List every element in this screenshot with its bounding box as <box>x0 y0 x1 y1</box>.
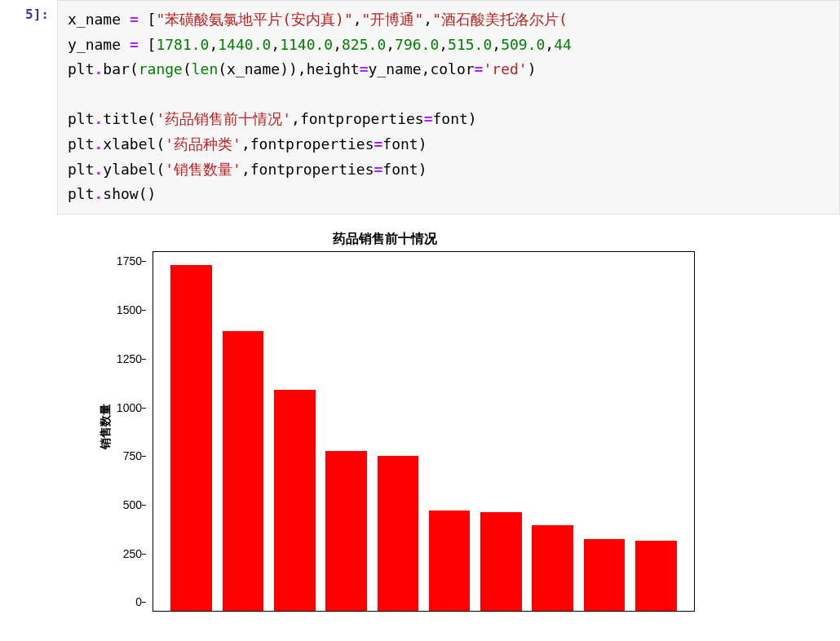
bar <box>223 331 264 610</box>
code-token: ) <box>418 135 427 153</box>
code-token: ( <box>218 60 227 77</box>
code-token: xlabel <box>103 135 156 153</box>
bar-slot <box>475 252 527 611</box>
code-token: . <box>95 110 104 127</box>
bar-slot <box>321 252 372 611</box>
code-token: , <box>439 36 448 53</box>
bar <box>378 456 419 610</box>
code-token: x_name <box>227 60 280 77</box>
code-token: ) <box>289 60 298 77</box>
code-token: , <box>423 11 432 28</box>
code-token: plt <box>68 135 95 153</box>
y-tick-label: 500 <box>123 498 142 511</box>
y-tick-label: 1250 <box>117 352 142 365</box>
code-token: y_name <box>68 36 121 53</box>
bar-slot <box>166 252 217 611</box>
bar <box>584 539 626 611</box>
chart-ylabel: 销售数量 <box>99 404 113 449</box>
code-token: title <box>103 110 147 127</box>
code-token: ( <box>130 60 139 77</box>
bar <box>274 390 316 611</box>
bar-slot <box>630 252 682 611</box>
code-token: height <box>307 60 360 77</box>
code-token: 509.0 <box>501 36 545 53</box>
code-token: = <box>374 135 382 153</box>
bar-slot <box>527 252 578 611</box>
bar <box>480 512 522 611</box>
code-token: "酒石酸美托洛尔片( <box>432 11 568 28</box>
code-token: ( <box>148 110 157 127</box>
code-token: font <box>432 110 467 127</box>
code-token: '药品种类' <box>165 135 241 153</box>
code-token: ) <box>418 161 427 178</box>
y-tick-label: 250 <box>123 547 142 560</box>
bar <box>635 541 677 611</box>
code-token: = <box>424 110 433 127</box>
code-token: range <box>139 60 183 77</box>
bar <box>170 265 212 611</box>
code-token: 825.0 <box>342 36 386 53</box>
code-token: . <box>95 60 104 77</box>
code-token: 515.0 <box>448 36 492 53</box>
code-token: plt <box>68 185 95 202</box>
code-token: show <box>103 185 138 202</box>
cell-prompt: 5]: <box>0 0 57 214</box>
code-token: ( <box>139 185 148 202</box>
code-token: len <box>192 60 219 77</box>
bar <box>532 525 573 611</box>
code-token: 796.0 <box>395 36 439 53</box>
code-token: 1440.0 <box>218 36 271 53</box>
code-token: = <box>360 60 369 77</box>
code-token: , <box>545 36 554 53</box>
code-token: , <box>353 11 362 28</box>
code-token: , <box>271 36 280 53</box>
code-token: ) <box>280 60 289 77</box>
code-token: "开博通" <box>362 11 424 28</box>
code-token: x_name <box>68 11 121 28</box>
code-token: = <box>130 11 139 28</box>
code-token: . <box>95 135 104 153</box>
code-token: fontproperties <box>250 135 374 153</box>
code-token: ( <box>156 135 165 153</box>
code-token: , <box>422 60 431 77</box>
code-token: 44 <box>554 36 572 53</box>
code-token: , <box>333 36 342 53</box>
code-token: font <box>382 135 418 153</box>
code-token: ) <box>528 60 537 77</box>
code-token: [ <box>148 11 157 28</box>
code-token: "苯磺酸氨氯地平片(安内真)" <box>156 11 352 28</box>
code-token: , <box>298 60 307 77</box>
code-token: , <box>291 110 300 127</box>
code-token: ( <box>156 161 165 178</box>
code-token: = <box>130 36 139 53</box>
code-token: = <box>374 161 382 178</box>
code-token: plt <box>68 161 95 178</box>
code-input[interactable]: x_name = ["苯磺酸氨氯地平片(安内真)","开博通","酒石酸美托洛尔… <box>57 0 840 214</box>
code-token: '销售数量' <box>165 161 241 178</box>
code-token: font <box>382 161 418 178</box>
code-token: 1140.0 <box>280 36 333 53</box>
code-token: , <box>241 161 250 178</box>
notebook-cell: 5]: x_name = ["苯磺酸氨氯地平片(安内真)","开博通","酒石酸… <box>0 0 840 214</box>
cell-output: 药品销售前十情况 销售数量 0 250 500 750 1000 1250 15… <box>57 227 840 626</box>
bar-slot <box>578 252 630 611</box>
code-token: 1781.0 <box>156 36 209 53</box>
code-token: ylabel <box>103 161 156 178</box>
code-token: fontproperties <box>250 161 374 178</box>
y-tick-label: 1750 <box>117 254 142 267</box>
code-token: 'red' <box>483 60 527 77</box>
code-token: bar <box>103 60 130 77</box>
bar-slot <box>372 252 423 611</box>
code-token: fontproperties <box>300 110 424 127</box>
y-tick-label: 0 <box>135 595 142 608</box>
bars-container <box>153 252 694 611</box>
bar-slot <box>269 252 321 611</box>
code-token: '药品销售前十情况' <box>156 110 291 127</box>
code-token: , <box>241 135 250 153</box>
y-tick-label: 1500 <box>117 303 142 316</box>
plot-area <box>153 251 695 612</box>
bar <box>429 511 471 610</box>
bar-slot <box>423 252 475 611</box>
bar <box>325 451 367 611</box>
y-axis-ticks: 0 250 500 750 1000 1250 1500 1750 <box>116 251 148 612</box>
